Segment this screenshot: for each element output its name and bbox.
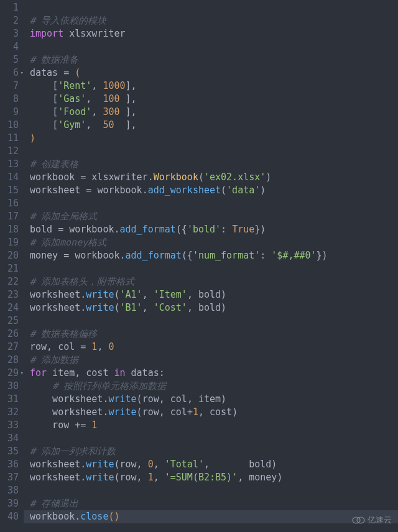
code-area[interactable]: # 导入依赖的模块import xlsxwriter# 数据准备datas = … — [24, 0, 398, 532]
token-num: 1 — [91, 420, 97, 431]
code-line[interactable] — [30, 1, 398, 14]
token-pun: : — [159, 367, 165, 378]
token-pun: , — [187, 302, 198, 313]
line-number: 3 — [0, 27, 19, 40]
code-line[interactable]: worksheet = workbook.add_worksheet('data… — [30, 184, 398, 197]
watermark: 亿速云 — [351, 515, 392, 526]
token-pun: , — [204, 459, 249, 470]
code-line[interactable]: # 添加数据 — [30, 354, 398, 367]
token-pun: }) — [254, 224, 266, 235]
code-line[interactable]: # 导入依赖的模块 — [30, 14, 398, 27]
line-number: 7 — [0, 80, 19, 93]
code-line[interactable]: worksheet.write(row, col, item) — [30, 393, 398, 406]
token-str: 'ex02.xlsx' — [204, 172, 266, 183]
token-pun: ) — [221, 302, 226, 313]
token-cmt: # 按照行列单元格添加数据 — [52, 380, 166, 392]
code-line[interactable]: workbook = xlsxwriter.Workbook('ex02.xls… — [30, 171, 398, 184]
code-line[interactable]: # 创建表格 — [30, 158, 398, 171]
token-id — [30, 93, 52, 104]
token-pun: ({ — [176, 224, 187, 235]
token-id: bold — [198, 289, 221, 300]
token-pun: , — [86, 119, 103, 131]
code-line[interactable]: row += 1 — [30, 419, 398, 432]
code-line[interactable]: # 添加表格头，附带格式 — [30, 275, 398, 288]
code-line[interactable] — [30, 262, 398, 275]
code-line[interactable]: # 添加money格式 — [30, 236, 398, 249]
line-number: 29▾ — [0, 367, 19, 380]
token-id: row — [142, 393, 159, 405]
code-line[interactable]: worksheet.write('B1', 'Cost', bold) — [30, 301, 398, 314]
code-line[interactable]: worksheet.write(row, 1, '=SUM(B2:B5)', m… — [30, 471, 398, 484]
code-line[interactable] — [30, 40, 398, 53]
code-line[interactable]: for item, cost in datas: — [30, 367, 398, 380]
token-id: row — [120, 472, 137, 483]
code-line[interactable]: # 数据表格偏移 — [30, 328, 398, 341]
token-cmt: # 存储退出 — [30, 498, 78, 509]
code-line[interactable]: # 添加全局格式 — [30, 210, 398, 223]
token-num: 50 — [103, 119, 114, 131]
line-number: 9 — [0, 106, 19, 119]
line-number: 27 — [0, 341, 19, 354]
code-line[interactable] — [30, 314, 398, 328]
token-str: 'Total' — [165, 459, 204, 470]
code-line[interactable]: ['Food', 300 ], — [30, 106, 398, 119]
code-line[interactable]: workbook.close() — [24, 510, 398, 523]
token-pun: ], — [120, 106, 137, 117]
token-id: row — [142, 406, 159, 418]
code-editor[interactable]: 123456▾789101112131415161718192021222324… — [0, 0, 398, 532]
token-const: True — [232, 224, 254, 235]
watermark-text: 亿速云 — [368, 515, 392, 526]
token-pun: ], — [126, 80, 137, 91]
code-line[interactable] — [30, 145, 398, 158]
line-number: 2 — [0, 14, 19, 27]
token-pun: ( — [114, 289, 119, 300]
token-id: workbook — [97, 185, 142, 196]
token-id: worksheet — [30, 185, 86, 196]
code-line[interactable]: bold = workbook.add_format({'bold': True… — [30, 223, 398, 236]
token-pun: . — [148, 172, 154, 183]
code-line[interactable]: row, col = 1, 0 — [30, 341, 398, 354]
token-str: 'data' — [226, 185, 260, 196]
token-pun: , — [75, 367, 86, 378]
code-line[interactable]: # 数据准备 — [30, 53, 398, 66]
token-fn: write — [86, 289, 114, 300]
code-line[interactable]: worksheet.write('A1', 'Item', bold) — [30, 288, 398, 301]
code-line[interactable] — [30, 197, 398, 210]
line-number: 12 — [0, 145, 19, 158]
code-line[interactable]: ['Rent', 1000], — [30, 80, 398, 93]
token-num: 0 — [108, 341, 114, 352]
code-line[interactable]: # 存储退出 — [30, 497, 398, 510]
token-cmt: # 数据准备 — [30, 54, 78, 65]
token-id: workbook — [69, 224, 114, 235]
code-line[interactable]: ['Gym', 50 ], — [30, 119, 398, 132]
token-pun: , — [86, 93, 103, 104]
code-line[interactable] — [30, 432, 398, 445]
line-number: 32 — [0, 406, 19, 419]
token-id: worksheet — [30, 406, 103, 418]
token-op: = — [86, 185, 97, 196]
token-pun: [ — [52, 119, 58, 131]
code-line[interactable]: ['Gas', 100 ], — [30, 93, 398, 106]
token-id: xlsxwriter — [63, 28, 125, 39]
line-number: 37 — [0, 471, 19, 484]
code-line[interactable]: ) — [30, 132, 398, 145]
line-number: 38 — [0, 484, 19, 497]
token-id: worksheet — [30, 459, 80, 470]
code-line[interactable]: money = workbook.add_format({'num_format… — [30, 249, 398, 262]
token-fn: add_format — [126, 250, 182, 261]
code-line[interactable]: worksheet.write(row, 0, 'Total', bold) — [30, 458, 398, 471]
code-line[interactable]: worksheet.write(row, col+1, cost) — [30, 406, 398, 419]
token-str: 'num_format' — [193, 250, 260, 261]
code-line[interactable]: datas = ( — [30, 66, 398, 80]
token-op: = — [80, 172, 91, 183]
token-id: money — [249, 472, 277, 483]
line-number: 4 — [0, 40, 19, 53]
code-line[interactable]: # 按照行列单元格添加数据 — [30, 380, 398, 393]
code-line[interactable]: # 添加一列求和计数 — [30, 445, 398, 458]
line-number: 26 — [0, 328, 19, 341]
line-number: 10 — [0, 119, 19, 132]
code-line[interactable] — [30, 484, 398, 497]
code-line[interactable]: import xlsxwriter — [30, 27, 398, 40]
token-num: 100 — [103, 93, 119, 104]
token-id: col — [58, 341, 80, 352]
